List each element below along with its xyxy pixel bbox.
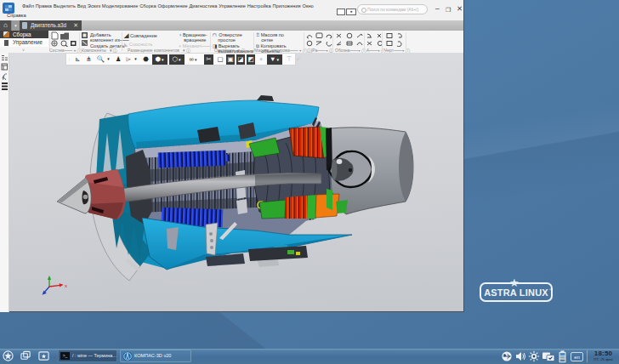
svg-text:x: x xyxy=(65,283,67,288)
